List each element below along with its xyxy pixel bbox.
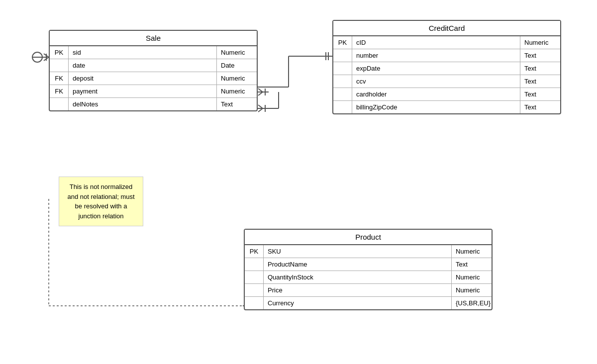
type-cell: Text	[520, 49, 560, 62]
table-row: ccv Text	[333, 75, 560, 88]
table-row: PK sid Numeric	[50, 46, 257, 59]
type-cell: {US,BR,EU}	[452, 297, 492, 309]
type-cell: Numeric	[217, 72, 257, 85]
sale-title: Sale	[50, 31, 257, 46]
key-cell: PK	[50, 46, 69, 59]
key-cell	[333, 75, 352, 88]
table-row: number Text	[333, 49, 560, 62]
type-cell: Text	[217, 98, 257, 110]
name-cell: QuantityInStock	[264, 271, 452, 283]
svg-line-16	[44, 54, 49, 57]
name-cell: expDate	[352, 62, 520, 75]
diagram-container: Sale PK sid Numeric date Date FK deposit…	[0, 0, 597, 364]
key-cell	[245, 297, 264, 309]
type-cell: Text	[520, 88, 560, 100]
key-cell	[245, 284, 264, 296]
table-row: QuantityInStock Numeric	[245, 271, 492, 284]
name-cell: date	[69, 59, 217, 72]
svg-line-11	[258, 105, 263, 108]
name-cell: number	[352, 49, 520, 62]
name-cell: SKU	[264, 245, 452, 258]
product-table: Product PK SKU Numeric ProductName Text …	[244, 229, 493, 310]
key-cell: PK	[333, 36, 352, 49]
table-row: ProductName Text	[245, 258, 492, 271]
name-cell: sid	[69, 46, 217, 59]
svg-point-14	[32, 52, 42, 62]
svg-line-7	[258, 92, 263, 95]
name-cell: ccv	[352, 75, 520, 88]
type-cell: Numeric	[452, 245, 492, 258]
key-cell	[245, 271, 264, 283]
type-cell: Numeric	[217, 85, 257, 97]
table-row: PK SKU Numeric	[245, 245, 492, 258]
type-cell: Text	[520, 62, 560, 75]
product-title: Product	[245, 230, 492, 245]
type-cell: Numeric	[520, 36, 560, 49]
name-cell: cardholder	[352, 88, 520, 100]
note-text: This is not normalized and not relationa…	[67, 183, 134, 220]
key-cell	[333, 49, 352, 62]
type-cell: Date	[217, 59, 257, 72]
name-cell: billingZipCode	[352, 101, 520, 113]
name-cell: ProductName	[264, 258, 452, 271]
table-row: delNotes Text	[50, 98, 257, 110]
key-cell: PK	[245, 245, 264, 258]
key-cell	[333, 101, 352, 113]
key-cell	[245, 258, 264, 271]
name-cell: cID	[352, 36, 520, 49]
type-cell: Numeric	[452, 271, 492, 283]
name-cell: payment	[69, 85, 217, 97]
type-cell: Text	[452, 258, 492, 271]
type-cell: Numeric	[452, 284, 492, 296]
table-row: cardholder Text	[333, 88, 560, 101]
creditcard-table: CreditCard PK cID Numeric number Text ex…	[332, 20, 561, 114]
creditcard-title: CreditCard	[333, 21, 560, 36]
table-row: Price Numeric	[245, 284, 492, 297]
name-cell: deposit	[69, 72, 217, 85]
table-row: FK payment Numeric	[50, 85, 257, 98]
svg-line-17	[44, 57, 49, 61]
sale-table: Sale PK sid Numeric date Date FK deposit…	[49, 30, 258, 111]
note-box: This is not normalized and not relationa…	[59, 177, 143, 226]
name-cell: Price	[264, 284, 452, 296]
type-cell: Numeric	[217, 46, 257, 59]
key-cell	[50, 98, 69, 110]
table-row: FK deposit Numeric	[50, 72, 257, 85]
name-cell: delNotes	[69, 98, 217, 110]
table-row: expDate Text	[333, 62, 560, 75]
svg-line-6	[258, 89, 263, 92]
key-cell: FK	[50, 72, 69, 85]
type-cell: Text	[520, 101, 560, 113]
key-cell: FK	[50, 85, 69, 97]
table-row: PK cID Numeric	[333, 36, 560, 49]
table-row: Currency {US,BR,EU}	[245, 297, 492, 309]
svg-line-12	[258, 108, 263, 112]
key-cell	[333, 62, 352, 75]
key-cell	[50, 59, 69, 72]
name-cell: Currency	[264, 297, 452, 309]
table-row: date Date	[50, 59, 257, 72]
type-cell: Text	[520, 75, 560, 88]
table-row: billingZipCode Text	[333, 101, 560, 113]
key-cell	[333, 88, 352, 100]
